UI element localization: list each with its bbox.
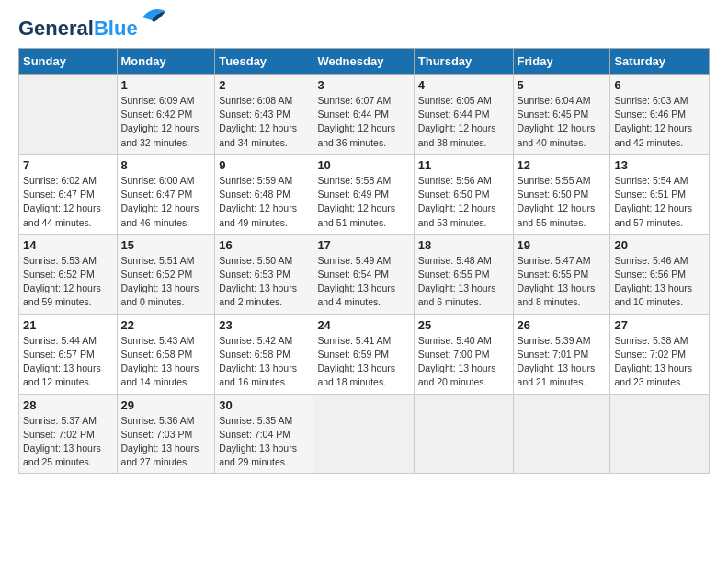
cell-info: Sunrise: 5:41 AM Sunset: 6:59 PM Dayligh… (317, 334, 409, 390)
calendar-cell: 27 Sunrise: 5:38 AM Sunset: 7:02 PM Dayl… (610, 314, 710, 394)
calendar-table: SundayMondayTuesdayWednesdayThursdayFrid… (18, 48, 710, 474)
day-number: 9 (219, 158, 309, 172)
logo-bird-icon (133, 4, 170, 27)
day-number: 23 (219, 318, 309, 332)
day-number: 15 (121, 238, 211, 252)
day-number: 22 (121, 318, 211, 332)
weekday-header-friday: Friday (513, 49, 610, 75)
calendar-cell: 20 Sunrise: 5:46 AM Sunset: 6:56 PM Dayl… (610, 234, 710, 314)
calendar-week-row: 7 Sunrise: 6:02 AM Sunset: 6:47 PM Dayli… (19, 154, 710, 234)
day-number: 14 (23, 238, 113, 252)
cell-info: Sunrise: 6:09 AM Sunset: 6:42 PM Dayligh… (121, 94, 211, 150)
day-number: 4 (418, 78, 509, 92)
calendar-cell: 19 Sunrise: 5:47 AM Sunset: 6:55 PM Dayl… (513, 234, 610, 314)
cell-info: Sunrise: 5:58 AM Sunset: 6:49 PM Dayligh… (317, 174, 409, 230)
day-number: 29 (121, 398, 211, 412)
calendar-cell (414, 394, 513, 474)
cell-info: Sunrise: 5:38 AM Sunset: 7:02 PM Dayligh… (614, 334, 705, 390)
weekday-header-tuesday: Tuesday (215, 49, 313, 75)
calendar-cell: 23 Sunrise: 5:42 AM Sunset: 6:58 PM Dayl… (215, 314, 313, 394)
cell-info: Sunrise: 5:56 AM Sunset: 6:50 PM Dayligh… (418, 174, 509, 230)
day-number: 11 (418, 158, 509, 172)
logo: GeneralBlue (18, 18, 170, 39)
cell-info: Sunrise: 6:05 AM Sunset: 6:44 PM Dayligh… (418, 94, 509, 150)
cell-info: Sunrise: 5:53 AM Sunset: 6:52 PM Dayligh… (23, 254, 113, 310)
calendar-cell: 17 Sunrise: 5:49 AM Sunset: 6:54 PM Dayl… (313, 234, 414, 314)
cell-info: Sunrise: 5:37 AM Sunset: 7:02 PM Dayligh… (23, 414, 113, 470)
cell-info: Sunrise: 6:07 AM Sunset: 6:44 PM Dayligh… (317, 94, 409, 150)
calendar-cell: 9 Sunrise: 5:59 AM Sunset: 6:48 PM Dayli… (215, 154, 313, 234)
day-number: 18 (418, 238, 509, 252)
day-number: 6 (614, 78, 705, 92)
cell-info: Sunrise: 6:02 AM Sunset: 6:47 PM Dayligh… (23, 174, 113, 230)
cell-info: Sunrise: 5:55 AM Sunset: 6:50 PM Dayligh… (518, 174, 607, 230)
page-header: GeneralBlue (18, 18, 710, 39)
cell-info: Sunrise: 5:35 AM Sunset: 7:04 PM Dayligh… (219, 414, 309, 470)
cell-info: Sunrise: 6:04 AM Sunset: 6:45 PM Dayligh… (518, 94, 607, 150)
calendar-cell: 3 Sunrise: 6:07 AM Sunset: 6:44 PM Dayli… (313, 75, 414, 155)
day-number: 27 (614, 318, 705, 332)
calendar-cell: 7 Sunrise: 6:02 AM Sunset: 6:47 PM Dayli… (19, 154, 118, 234)
calendar-cell: 22 Sunrise: 5:43 AM Sunset: 6:58 PM Dayl… (117, 314, 215, 394)
cell-info: Sunrise: 5:46 AM Sunset: 6:56 PM Dayligh… (614, 254, 705, 310)
day-number: 30 (219, 398, 309, 412)
cell-info: Sunrise: 5:39 AM Sunset: 7:01 PM Dayligh… (518, 334, 607, 390)
cell-info: Sunrise: 5:54 AM Sunset: 6:51 PM Dayligh… (614, 174, 705, 230)
calendar-cell: 1 Sunrise: 6:09 AM Sunset: 6:42 PM Dayli… (117, 75, 215, 155)
day-number: 19 (518, 238, 607, 252)
weekday-header-sunday: Sunday (19, 49, 118, 75)
weekday-header-row: SundayMondayTuesdayWednesdayThursdayFrid… (19, 49, 710, 75)
day-number: 24 (317, 318, 409, 332)
day-number: 17 (317, 238, 409, 252)
day-number: 8 (121, 158, 211, 172)
cell-info: Sunrise: 5:50 AM Sunset: 6:53 PM Dayligh… (219, 254, 309, 310)
calendar-cell: 12 Sunrise: 5:55 AM Sunset: 6:50 PM Dayl… (513, 154, 610, 234)
calendar-cell: 8 Sunrise: 6:00 AM Sunset: 6:47 PM Dayli… (117, 154, 215, 234)
calendar-cell (513, 394, 610, 474)
cell-info: Sunrise: 6:00 AM Sunset: 6:47 PM Dayligh… (121, 174, 211, 230)
calendar-cell (19, 75, 118, 155)
cell-info: Sunrise: 5:36 AM Sunset: 7:03 PM Dayligh… (121, 414, 211, 470)
cell-info: Sunrise: 6:08 AM Sunset: 6:43 PM Dayligh… (219, 94, 309, 150)
cell-info: Sunrise: 5:40 AM Sunset: 7:00 PM Dayligh… (418, 334, 509, 390)
cell-info: Sunrise: 5:42 AM Sunset: 6:58 PM Dayligh… (219, 334, 309, 390)
day-number: 25 (418, 318, 509, 332)
day-number: 3 (317, 78, 409, 92)
calendar-cell: 10 Sunrise: 5:58 AM Sunset: 6:49 PM Dayl… (313, 154, 414, 234)
calendar-cell: 14 Sunrise: 5:53 AM Sunset: 6:52 PM Dayl… (19, 234, 118, 314)
calendar-week-row: 1 Sunrise: 6:09 AM Sunset: 6:42 PM Dayli… (19, 75, 710, 155)
calendar-week-row: 28 Sunrise: 5:37 AM Sunset: 7:02 PM Dayl… (19, 394, 710, 474)
cell-info: Sunrise: 5:59 AM Sunset: 6:48 PM Dayligh… (219, 174, 309, 230)
cell-info: Sunrise: 5:47 AM Sunset: 6:55 PM Dayligh… (518, 254, 607, 310)
cell-info: Sunrise: 5:51 AM Sunset: 6:52 PM Dayligh… (121, 254, 211, 310)
calendar-cell (313, 394, 414, 474)
day-number: 21 (23, 318, 113, 332)
weekday-header-saturday: Saturday (610, 49, 710, 75)
calendar-cell: 15 Sunrise: 5:51 AM Sunset: 6:52 PM Dayl… (117, 234, 215, 314)
day-number: 12 (518, 158, 607, 172)
day-number: 13 (614, 158, 705, 172)
day-number: 16 (219, 238, 309, 252)
cell-info: Sunrise: 5:44 AM Sunset: 6:57 PM Dayligh… (23, 334, 113, 390)
calendar-cell (610, 394, 710, 474)
calendar-cell: 30 Sunrise: 5:35 AM Sunset: 7:04 PM Dayl… (215, 394, 313, 474)
logo-text: GeneralBlue (18, 18, 138, 39)
calendar-week-row: 21 Sunrise: 5:44 AM Sunset: 6:57 PM Dayl… (19, 314, 710, 394)
calendar-cell: 21 Sunrise: 5:44 AM Sunset: 6:57 PM Dayl… (19, 314, 118, 394)
calendar-cell: 4 Sunrise: 6:05 AM Sunset: 6:44 PM Dayli… (414, 75, 513, 155)
day-number: 26 (518, 318, 607, 332)
calendar-cell: 5 Sunrise: 6:04 AM Sunset: 6:45 PM Dayli… (513, 75, 610, 155)
day-number: 1 (121, 78, 211, 92)
weekday-header-wednesday: Wednesday (313, 49, 414, 75)
cell-info: Sunrise: 5:48 AM Sunset: 6:55 PM Dayligh… (418, 254, 509, 310)
day-number: 2 (219, 78, 309, 92)
day-number: 10 (317, 158, 409, 172)
calendar-cell: 25 Sunrise: 5:40 AM Sunset: 7:00 PM Dayl… (414, 314, 513, 394)
calendar-cell: 13 Sunrise: 5:54 AM Sunset: 6:51 PM Dayl… (610, 154, 710, 234)
weekday-header-thursday: Thursday (414, 49, 513, 75)
day-number: 20 (614, 238, 705, 252)
calendar-cell: 16 Sunrise: 5:50 AM Sunset: 6:53 PM Dayl… (215, 234, 313, 314)
calendar-cell: 6 Sunrise: 6:03 AM Sunset: 6:46 PM Dayli… (610, 75, 710, 155)
calendar-cell: 26 Sunrise: 5:39 AM Sunset: 7:01 PM Dayl… (513, 314, 610, 394)
calendar-body: 1 Sunrise: 6:09 AM Sunset: 6:42 PM Dayli… (19, 75, 710, 474)
